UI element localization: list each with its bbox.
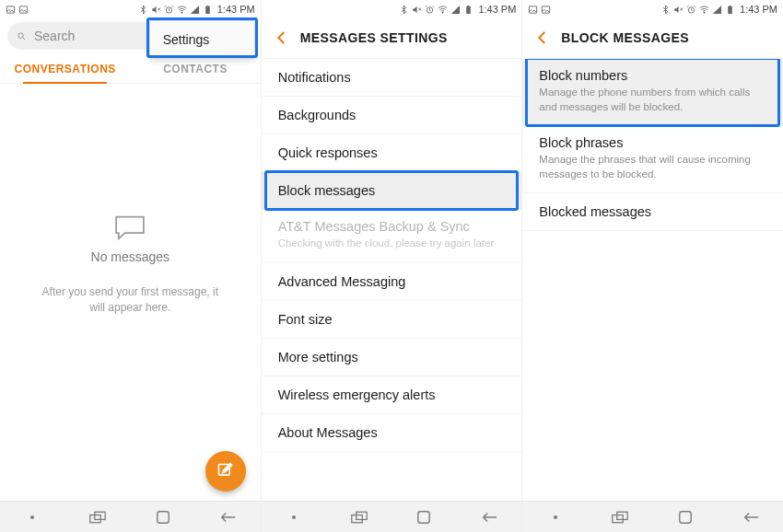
svg-rect-22: [467, 6, 472, 13]
row-sublabel: Manage the phrases that will cause incom…: [539, 153, 766, 181]
bluetooth-icon: [399, 5, 409, 15]
status-time: 1:43 PM: [217, 4, 255, 15]
nav-recents[interactable]: [602, 502, 638, 532]
compose-icon: [216, 462, 235, 480]
settings-list: Notifications Backgrounds Quick response…: [262, 59, 522, 501]
row-block-messages[interactable]: Block messages: [262, 172, 522, 210]
row-wea[interactable]: Wireless emergency alerts: [262, 376, 522, 414]
svg-rect-38: [617, 512, 627, 519]
svg-point-8: [18, 32, 24, 38]
row-sublabel: Checking with the cloud, please try agai…: [278, 237, 506, 251]
svg-point-14: [30, 515, 34, 519]
chevron-left-icon: [274, 29, 290, 46]
status-time: 1:43 PM: [478, 4, 516, 15]
svg-point-24: [292, 515, 296, 519]
nav-bar: [0, 501, 261, 532]
row-label: Block phrases: [539, 135, 766, 150]
row-label: Block numbers: [539, 68, 766, 83]
mute-icon: [151, 5, 161, 15]
nav-bar: [262, 501, 522, 532]
nav-back[interactable]: [732, 502, 769, 532]
bluetooth-icon: [660, 5, 671, 15]
row-block-numbers[interactable]: Block numbers Manage the phone numbers f…: [522, 59, 783, 126]
nav-back[interactable]: [209, 502, 246, 532]
row-att-backup: AT&T Messages Backup & Sync Checking wit…: [262, 210, 522, 263]
wifi-icon: [177, 5, 187, 15]
nav-menu[interactable]: [275, 502, 312, 532]
nav-home[interactable]: [145, 502, 181, 532]
alarm-icon: [425, 5, 435, 15]
row-label: AT&T Messages Backup & Sync: [278, 219, 506, 234]
row-backgrounds[interactable]: Backgrounds: [262, 97, 522, 134]
signal-icon: [190, 5, 200, 15]
header: BLOCK MESSAGES: [522, 17, 783, 59]
nav-menu[interactable]: [14, 502, 51, 532]
image-icon: [18, 5, 29, 15]
row-label: Block messages: [278, 183, 376, 198]
row-block-phrases[interactable]: Block phrases Manage the phrases that wi…: [522, 126, 783, 193]
battery-icon: [463, 5, 473, 15]
menu-settings[interactable]: Settings: [150, 21, 254, 58]
screen-messages-settings: 1:43 PM MESSAGES SETTINGS Notifications …: [262, 0, 523, 532]
row-sublabel: Manage the phone numbers from which call…: [539, 86, 766, 114]
svg-rect-34: [728, 6, 732, 13]
header-title: BLOCK MESSAGES: [561, 30, 689, 45]
compose-button[interactable]: [205, 451, 246, 492]
signal-icon: [712, 5, 722, 15]
battery-icon: [203, 5, 213, 15]
svg-rect-17: [157, 511, 168, 522]
battery-icon: [725, 5, 735, 15]
nav-recents[interactable]: [79, 502, 116, 532]
search-icon: [17, 31, 27, 41]
nav-home[interactable]: [667, 502, 704, 532]
chevron-left-icon: [534, 29, 551, 46]
image-icon: [541, 5, 551, 15]
nav-back[interactable]: [471, 502, 508, 532]
row-font-size[interactable]: Font size: [262, 301, 522, 339]
svg-rect-35: [730, 5, 731, 6]
svg-rect-23: [468, 5, 470, 6]
tab-conversations[interactable]: CONVERSATIONS: [0, 53, 130, 83]
bluetooth-icon: [138, 5, 148, 15]
svg-point-21: [442, 12, 443, 13]
alarm-icon: [164, 5, 174, 15]
row-notifications[interactable]: Notifications: [262, 59, 522, 97]
back-button[interactable]: [528, 23, 557, 52]
row-quick-responses[interactable]: Quick responses: [262, 134, 522, 172]
status-time: 1:43 PM: [740, 4, 777, 15]
svg-rect-27: [418, 511, 429, 522]
wifi-icon: [438, 5, 448, 15]
svg-rect-37: [613, 515, 623, 522]
nav-bar: [522, 501, 783, 532]
nav-recents[interactable]: [341, 502, 378, 532]
back-button[interactable]: [267, 23, 297, 52]
empty-subtitle: After you send your first message, it wi…: [38, 284, 222, 316]
svg-rect-7: [206, 5, 208, 6]
screen-conversations: 1:43 PM Search CONVERSATIONS CONTACTS Se…: [0, 0, 262, 532]
nav-menu[interactable]: [537, 502, 574, 532]
image-icon: [528, 5, 538, 15]
row-more-settings[interactable]: More settings: [262, 339, 522, 376]
image-icon: [6, 5, 16, 15]
row-blocked-messages[interactable]: Blocked messages: [522, 193, 783, 231]
empty-title: No messages: [91, 249, 170, 264]
svg-point-36: [554, 515, 557, 519]
header: MESSAGES SETTINGS: [262, 17, 522, 59]
empty-state: No messages After you send your first me…: [0, 84, 261, 501]
status-bar: 1:43 PM: [522, 0, 783, 17]
svg-rect-16: [95, 512, 105, 519]
svg-rect-25: [351, 515, 361, 522]
nav-home[interactable]: [405, 502, 442, 532]
header-title: MESSAGES SETTINGS: [300, 30, 448, 45]
messages-empty-icon: [113, 214, 146, 240]
overflow-menu: Settings: [149, 20, 255, 59]
mute-icon: [412, 5, 422, 15]
svg-point-5: [181, 12, 182, 13]
svg-line-9: [23, 37, 26, 40]
row-advanced-messaging[interactable]: Advanced Messaging: [262, 263, 522, 301]
mute-icon: [673, 5, 684, 15]
row-about[interactable]: About Messages: [262, 414, 522, 452]
signal-icon: [450, 5, 461, 15]
alarm-icon: [686, 5, 696, 15]
search-placeholder: Search: [34, 29, 75, 43]
